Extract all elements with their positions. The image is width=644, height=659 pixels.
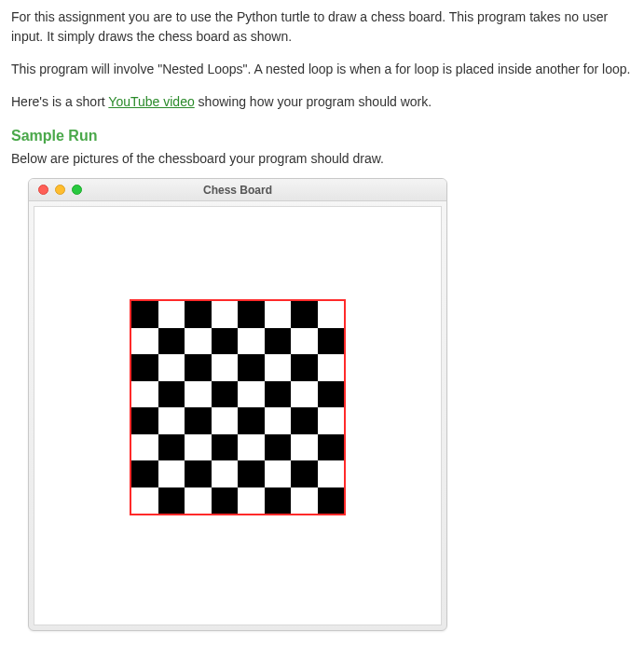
square (131, 328, 158, 355)
square (318, 407, 345, 434)
window-title: Chess Board (29, 182, 446, 199)
square (185, 354, 212, 381)
square (318, 381, 345, 408)
square (265, 328, 292, 355)
chessboard (131, 301, 344, 514)
square (131, 381, 158, 408)
traffic-lights (29, 185, 82, 195)
p3-prefix: Here's is a short (11, 94, 108, 109)
square (212, 328, 239, 355)
square (158, 407, 185, 434)
square (185, 460, 212, 487)
square (212, 460, 239, 487)
square (185, 407, 212, 434)
square (131, 354, 158, 381)
square (265, 434, 292, 461)
square (318, 487, 345, 515)
square (291, 354, 318, 381)
chessboard-border (130, 299, 346, 515)
app-window: Chess Board (28, 178, 447, 631)
square (265, 460, 292, 487)
sample-run-heading: Sample Run (11, 125, 633, 147)
square (131, 460, 158, 487)
minimize-icon[interactable] (55, 185, 65, 195)
square (238, 354, 265, 381)
square (318, 301, 345, 328)
intro-paragraph-3: Here's is a short YouTube video showing … (11, 92, 633, 112)
square (291, 460, 318, 487)
intro-paragraph-1: For this assignment you are to use the P… (11, 7, 633, 47)
square (265, 487, 292, 515)
p3-suffix: showing how your program should work. (195, 94, 432, 109)
square (265, 407, 292, 434)
square (238, 434, 265, 461)
square (291, 328, 318, 355)
square (212, 487, 239, 515)
square (158, 381, 185, 408)
square (185, 328, 212, 355)
square (185, 301, 212, 328)
square (158, 434, 185, 461)
square (158, 301, 185, 328)
square (265, 354, 292, 381)
intro-paragraph-2: This program will involve "Nested Loops"… (11, 60, 633, 79)
square (158, 328, 185, 355)
square (131, 407, 158, 434)
sample-run-caption: Below are pictures of the chessboard you… (11, 149, 633, 169)
youtube-link[interactable]: YouTube video (108, 94, 194, 109)
square (291, 301, 318, 328)
square (131, 487, 158, 515)
square (291, 407, 318, 434)
square (238, 487, 265, 515)
window-titlebar: Chess Board (29, 179, 446, 201)
square (238, 460, 265, 487)
square (212, 301, 239, 328)
square (291, 434, 318, 461)
square (158, 487, 185, 515)
square (238, 407, 265, 434)
square (291, 381, 318, 408)
square (185, 434, 212, 461)
window-canvas (34, 206, 442, 625)
square (131, 301, 158, 328)
square (318, 328, 345, 355)
square (318, 354, 345, 381)
square (158, 354, 185, 381)
square (318, 460, 345, 487)
square (291, 487, 318, 515)
square (158, 460, 185, 487)
square (212, 434, 239, 461)
square (265, 381, 292, 408)
square (238, 328, 265, 355)
square (212, 354, 239, 381)
square (265, 301, 292, 328)
square (238, 381, 265, 408)
square (185, 381, 212, 408)
square (185, 487, 212, 515)
square (212, 407, 239, 434)
square (238, 301, 265, 328)
square (318, 434, 345, 461)
square (131, 434, 158, 461)
maximize-icon[interactable] (72, 185, 82, 195)
close-icon[interactable] (38, 185, 48, 195)
square (212, 381, 239, 408)
